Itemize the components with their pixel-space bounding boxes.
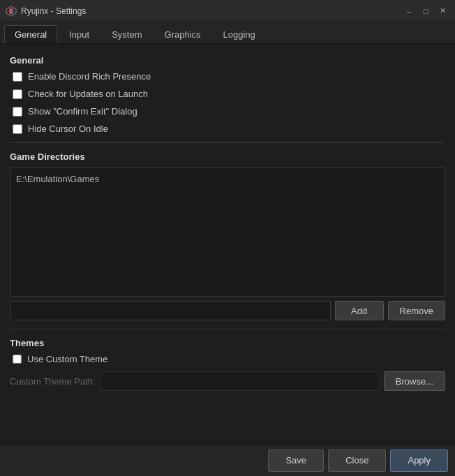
minimize-button[interactable]: – bbox=[402, 4, 416, 18]
updates-row: Check for Updates on Launch bbox=[10, 89, 445, 99]
bottom-bar: Save Close Apply bbox=[0, 444, 455, 476]
save-button[interactable]: Save bbox=[268, 449, 324, 472]
close-button[interactable]: ✕ bbox=[435, 4, 449, 18]
divider-2 bbox=[10, 329, 445, 329]
game-dirs-heading: Game Directories bbox=[10, 151, 445, 162]
discord-label: Enable Discord Rich Presence bbox=[28, 71, 151, 82]
titlebar-controls: – □ ✕ bbox=[402, 4, 449, 18]
game-directories-section: Game Directories E:\Emulation\Games Add … bbox=[10, 151, 445, 320]
tab-graphics[interactable]: Graphics bbox=[154, 25, 211, 43]
dirs-controls: Add Remove bbox=[10, 301, 445, 320]
app-logo-icon bbox=[6, 6, 17, 17]
custom-theme-path-label: Custom Theme Path: bbox=[10, 376, 96, 387]
themes-section: Themes Use Custom Theme Custom Theme Pat… bbox=[10, 338, 445, 391]
updates-label: Check for Updates on Launch bbox=[28, 89, 148, 99]
tab-system[interactable]: System bbox=[101, 25, 152, 43]
general-section-heading: General bbox=[10, 55, 445, 66]
use-custom-theme-row: Use Custom Theme bbox=[10, 354, 445, 364]
svg-rect-3 bbox=[9, 8, 13, 10]
browse-button[interactable]: Browse... bbox=[384, 371, 445, 391]
remove-button[interactable]: Remove bbox=[388, 301, 445, 320]
tab-general[interactable]: General bbox=[4, 25, 57, 43]
themes-heading: Themes bbox=[10, 338, 445, 348]
use-custom-theme-label: Use Custom Theme bbox=[27, 354, 107, 364]
window-title: Ryujinx - Settings bbox=[21, 6, 86, 16]
tab-logging[interactable]: Logging bbox=[213, 25, 266, 43]
dirs-path-input[interactable] bbox=[10, 301, 331, 320]
hide-cursor-checkbox[interactable] bbox=[13, 124, 22, 134]
game-dirs-list[interactable]: E:\Emulation\Games bbox=[10, 168, 445, 297]
updates-checkbox[interactable] bbox=[13, 89, 22, 99]
titlebar-left: Ryujinx - Settings bbox=[6, 6, 86, 17]
discord-row: Enable Discord Rich Presence bbox=[10, 71, 445, 82]
close-settings-button[interactable]: Close bbox=[328, 449, 386, 472]
titlebar: Ryujinx - Settings – □ ✕ bbox=[0, 0, 455, 22]
confirm-exit-row: Show "Confirm Exit" Dialog bbox=[10, 106, 445, 117]
hide-cursor-label: Hide Cursor On Idle bbox=[28, 124, 108, 134]
custom-theme-path-input[interactable] bbox=[100, 371, 380, 391]
confirm-exit-checkbox[interactable] bbox=[13, 107, 22, 117]
game-dir-item: E:\Emulation\Games bbox=[16, 172, 439, 186]
discord-checkbox[interactable] bbox=[13, 72, 22, 82]
main-content: General Enable Discord Rich Presence Che… bbox=[0, 44, 455, 442]
apply-button[interactable]: Apply bbox=[390, 449, 448, 472]
tab-input[interactable]: Input bbox=[59, 25, 100, 43]
divider-1 bbox=[10, 142, 445, 143]
use-custom-theme-checkbox[interactable] bbox=[13, 355, 22, 364]
tabs-bar: General Input System Graphics Logging bbox=[0, 22, 455, 44]
custom-theme-path-row: Custom Theme Path: Browse... bbox=[10, 371, 445, 391]
confirm-exit-label: Show "Confirm Exit" Dialog bbox=[28, 106, 137, 117]
add-button[interactable]: Add bbox=[335, 301, 384, 320]
hide-cursor-row: Hide Cursor On Idle bbox=[10, 124, 445, 134]
maximize-button[interactable]: □ bbox=[419, 4, 433, 18]
